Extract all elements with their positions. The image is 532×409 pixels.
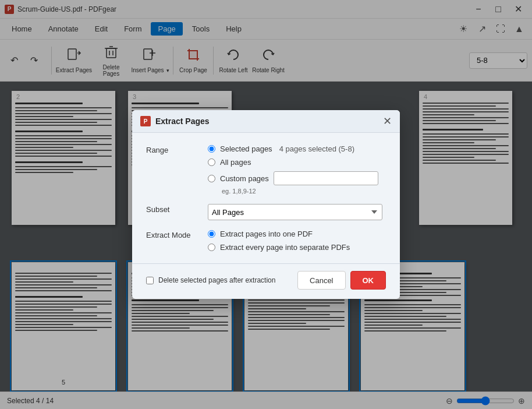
custom-pages-input[interactable]	[274, 171, 378, 185]
extract-mode-row: Extract Mode Extract pages into one PDF …	[146, 230, 386, 252]
subset-controls: All Pages Odd Pages Even Pages	[208, 204, 386, 220]
dialog-header-left: P Extract Pages	[140, 116, 210, 126]
one-pdf-radio[interactable]	[208, 230, 215, 238]
dialog-footer: Delete selected pages after extraction C…	[132, 263, 400, 299]
range-controls: Selected pages 4 pages selected (5-8) Al…	[208, 144, 386, 195]
one-pdf-row: Extract pages into one PDF	[208, 230, 386, 238]
dialog-title: Extract Pages	[155, 117, 210, 126]
range-label: Range	[146, 144, 198, 154]
custom-pages-label[interactable]: Custom pages	[220, 174, 269, 183]
subset-select[interactable]: All Pages Odd Pages Even Pages	[208, 204, 382, 220]
dialog-icon: P	[140, 116, 151, 126]
subset-row: Subset All Pages Odd Pages Even Pages	[146, 204, 386, 220]
dialog-close-button[interactable]: ✕	[383, 116, 392, 126]
range-row: Range Selected pages 4 pages selected (5…	[146, 144, 386, 195]
delete-after-extraction-checkbox[interactable]	[146, 277, 154, 284]
ok-button[interactable]: OK	[350, 271, 386, 290]
dialog-header: P Extract Pages ✕	[132, 110, 400, 133]
extract-pages-dialog: P Extract Pages ✕ Range Selected pages 4…	[132, 110, 400, 299]
separate-pdfs-radio[interactable]	[208, 244, 215, 251]
dialog-body: Range Selected pages 4 pages selected (5…	[132, 133, 400, 263]
all-pages-row: All pages	[208, 158, 386, 167]
footer-right: Cancel OK	[297, 271, 386, 290]
delete-after-extraction-label[interactable]: Delete selected pages after extraction	[158, 276, 275, 284]
custom-pages-hint: eg. 1,8,9-12	[222, 188, 386, 195]
separate-pdfs-row: Extract every page into separate PDFs	[208, 243, 386, 252]
subset-label: Subset	[146, 204, 198, 214]
selected-pages-detail: 4 pages selected (5-8)	[279, 144, 354, 153]
footer-left: Delete selected pages after extraction	[146, 276, 275, 284]
custom-pages-radio[interactable]	[208, 175, 215, 182]
subset-wrapper: All Pages Odd Pages Even Pages	[208, 204, 382, 220]
selected-pages-label[interactable]: Selected pages	[220, 144, 272, 153]
selected-pages-radio[interactable]	[208, 145, 215, 153]
separate-pdfs-label[interactable]: Extract every page into separate PDFs	[220, 243, 350, 252]
custom-pages-row: Custom pages	[208, 171, 386, 185]
dialog-overlay: P Extract Pages ✕ Range Selected pages 4…	[0, 0, 532, 409]
all-pages-radio[interactable]	[208, 158, 215, 166]
all-pages-label[interactable]: All pages	[220, 158, 251, 167]
selected-pages-row: Selected pages 4 pages selected (5-8)	[208, 144, 386, 153]
one-pdf-label[interactable]: Extract pages into one PDF	[220, 230, 313, 238]
extract-mode-controls: Extract pages into one PDF Extract every…	[208, 230, 386, 252]
extract-mode-label: Extract Mode	[146, 230, 198, 239]
custom-pages-group: Custom pages eg. 1,8,9-12	[208, 171, 386, 195]
cancel-button[interactable]: Cancel	[297, 271, 345, 290]
